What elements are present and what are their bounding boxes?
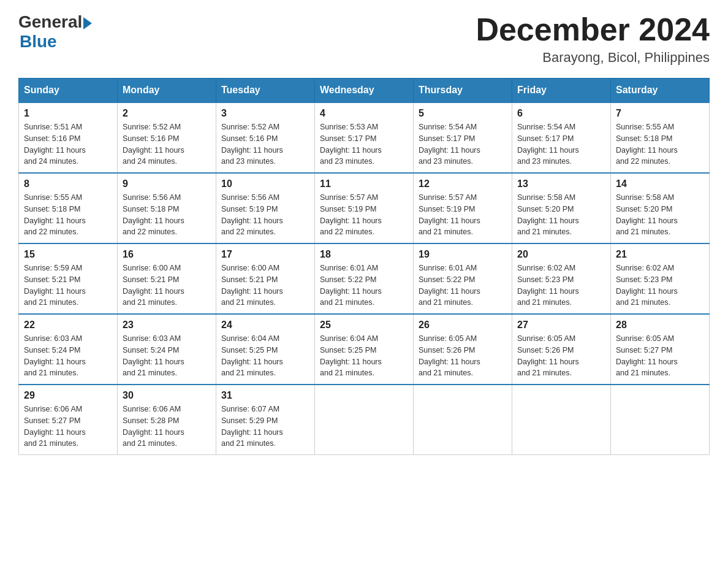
logo-blue-text: Blue	[20, 32, 57, 52]
calendar-cell: 1Sunrise: 5:51 AMSunset: 5:16 PMDaylight…	[19, 102, 118, 173]
page-header: General Blue December 2024 Barayong, Bic…	[18, 12, 710, 66]
calendar-cell: 16Sunrise: 6:00 AMSunset: 5:21 PMDayligh…	[118, 243, 216, 314]
day-info: Sunrise: 5:57 AMSunset: 5:19 PMDaylight:…	[320, 192, 408, 238]
day-info: Sunrise: 6:01 AMSunset: 5:22 PMDaylight:…	[419, 262, 507, 308]
day-info: Sunrise: 5:57 AMSunset: 5:19 PMDaylight:…	[419, 192, 507, 238]
calendar-cell: 31Sunrise: 6:07 AMSunset: 5:29 PMDayligh…	[216, 385, 315, 455]
day-number: 14	[616, 178, 704, 190]
day-info: Sunrise: 6:00 AMSunset: 5:21 PMDaylight:…	[123, 262, 211, 308]
day-info: Sunrise: 6:02 AMSunset: 5:23 PMDaylight:…	[616, 262, 704, 308]
day-number: 6	[517, 108, 605, 119]
calendar-cell: 18Sunrise: 6:01 AMSunset: 5:22 PMDayligh…	[315, 243, 414, 314]
day-number: 13	[517, 178, 605, 190]
day-info: Sunrise: 6:06 AMSunset: 5:28 PMDaylight:…	[123, 404, 211, 450]
calendar-cell: 7Sunrise: 5:55 AMSunset: 5:18 PMDaylight…	[611, 102, 710, 173]
calendar-cell	[512, 385, 611, 455]
day-number: 26	[419, 320, 507, 331]
calendar-cell: 28Sunrise: 6:05 AMSunset: 5:27 PMDayligh…	[611, 314, 710, 385]
day-info: Sunrise: 5:54 AMSunset: 5:17 PMDaylight:…	[517, 121, 605, 167]
day-number: 17	[221, 249, 309, 260]
logo: General Blue	[18, 12, 92, 52]
logo-general-text: General	[18, 12, 82, 32]
calendar-body: 1Sunrise: 5:51 AMSunset: 5:16 PMDaylight…	[19, 102, 710, 455]
day-number: 8	[24, 178, 112, 190]
day-info: Sunrise: 6:03 AMSunset: 5:24 PMDaylight:…	[123, 333, 211, 379]
calendar-cell: 4Sunrise: 5:53 AMSunset: 5:17 PMDaylight…	[315, 102, 414, 173]
day-info: Sunrise: 5:53 AMSunset: 5:17 PMDaylight:…	[320, 121, 408, 167]
calendar-week-5: 29Sunrise: 6:06 AMSunset: 5:27 PMDayligh…	[19, 385, 710, 455]
calendar-cell	[611, 385, 710, 455]
calendar-cell: 2Sunrise: 5:52 AMSunset: 5:16 PMDaylight…	[118, 102, 216, 173]
day-info: Sunrise: 5:58 AMSunset: 5:20 PMDaylight:…	[517, 192, 605, 238]
calendar-cell: 5Sunrise: 5:54 AMSunset: 5:17 PMDaylight…	[414, 102, 512, 173]
day-number: 28	[616, 320, 704, 331]
day-number: 31	[221, 390, 309, 401]
day-number: 24	[221, 320, 309, 331]
calendar-cell: 15Sunrise: 5:59 AMSunset: 5:21 PMDayligh…	[19, 243, 118, 314]
day-info: Sunrise: 6:01 AMSunset: 5:22 PMDaylight:…	[320, 262, 408, 308]
calendar-cell: 17Sunrise: 6:00 AMSunset: 5:21 PMDayligh…	[216, 243, 315, 314]
header-wednesday: Wednesday	[315, 79, 414, 103]
day-number: 23	[123, 320, 211, 331]
day-info: Sunrise: 5:51 AMSunset: 5:16 PMDaylight:…	[24, 121, 112, 167]
day-number: 25	[320, 320, 408, 331]
calendar-cell: 19Sunrise: 6:01 AMSunset: 5:22 PMDayligh…	[414, 243, 512, 314]
calendar-cell: 3Sunrise: 5:52 AMSunset: 5:16 PMDaylight…	[216, 102, 315, 173]
calendar-week-3: 15Sunrise: 5:59 AMSunset: 5:21 PMDayligh…	[19, 243, 710, 314]
day-info: Sunrise: 6:05 AMSunset: 5:27 PMDaylight:…	[616, 333, 704, 379]
calendar-cell: 27Sunrise: 6:05 AMSunset: 5:26 PMDayligh…	[512, 314, 611, 385]
location-title: Barayong, Bicol, Philippines	[476, 50, 710, 66]
calendar-cell: 13Sunrise: 5:58 AMSunset: 5:20 PMDayligh…	[512, 173, 611, 243]
day-info: Sunrise: 6:00 AMSunset: 5:21 PMDaylight:…	[221, 262, 309, 308]
calendar-cell: 22Sunrise: 6:03 AMSunset: 5:24 PMDayligh…	[19, 314, 118, 385]
calendar-week-1: 1Sunrise: 5:51 AMSunset: 5:16 PMDaylight…	[19, 102, 710, 173]
calendar-cell: 29Sunrise: 6:06 AMSunset: 5:27 PMDayligh…	[19, 385, 118, 455]
header-friday: Friday	[512, 79, 611, 103]
calendar-cell: 11Sunrise: 5:57 AMSunset: 5:19 PMDayligh…	[315, 173, 414, 243]
calendar-cell: 10Sunrise: 5:56 AMSunset: 5:19 PMDayligh…	[216, 173, 315, 243]
day-info: Sunrise: 5:55 AMSunset: 5:18 PMDaylight:…	[24, 192, 112, 238]
calendar-cell: 23Sunrise: 6:03 AMSunset: 5:24 PMDayligh…	[118, 314, 216, 385]
calendar-cell: 12Sunrise: 5:57 AMSunset: 5:19 PMDayligh…	[414, 173, 512, 243]
day-info: Sunrise: 6:06 AMSunset: 5:27 PMDaylight:…	[24, 404, 112, 450]
header-thursday: Thursday	[414, 79, 512, 103]
day-number: 29	[24, 390, 112, 401]
logo-arrow-icon	[83, 17, 92, 29]
title-section: December 2024 Barayong, Bicol, Philippin…	[476, 12, 710, 66]
day-number: 22	[24, 320, 112, 331]
day-number: 16	[123, 249, 211, 260]
day-info: Sunrise: 6:03 AMSunset: 5:24 PMDaylight:…	[24, 333, 112, 379]
day-info: Sunrise: 5:59 AMSunset: 5:21 PMDaylight:…	[24, 262, 112, 308]
calendar-week-2: 8Sunrise: 5:55 AMSunset: 5:18 PMDaylight…	[19, 173, 710, 243]
day-info: Sunrise: 6:02 AMSunset: 5:23 PMDaylight:…	[517, 262, 605, 308]
calendar-cell: 26Sunrise: 6:05 AMSunset: 5:26 PMDayligh…	[414, 314, 512, 385]
day-info: Sunrise: 6:07 AMSunset: 5:29 PMDaylight:…	[221, 404, 309, 450]
calendar-table: SundayMondayTuesdayWednesdayThursdayFrid…	[18, 78, 710, 455]
calendar-cell: 6Sunrise: 5:54 AMSunset: 5:17 PMDaylight…	[512, 102, 611, 173]
header-monday: Monday	[118, 79, 216, 103]
day-info: Sunrise: 6:05 AMSunset: 5:26 PMDaylight:…	[419, 333, 507, 379]
day-number: 21	[616, 249, 704, 260]
calendar-cell	[315, 385, 414, 455]
day-number: 1	[24, 108, 112, 119]
day-number: 7	[616, 108, 704, 119]
day-number: 18	[320, 249, 408, 260]
day-number: 15	[24, 249, 112, 260]
day-info: Sunrise: 5:55 AMSunset: 5:18 PMDaylight:…	[616, 121, 704, 167]
day-number: 20	[517, 249, 605, 260]
day-info: Sunrise: 5:54 AMSunset: 5:17 PMDaylight:…	[419, 121, 507, 167]
day-number: 9	[123, 178, 211, 190]
calendar-header: SundayMondayTuesdayWednesdayThursdayFrid…	[19, 79, 710, 103]
day-number: 4	[320, 108, 408, 119]
day-number: 30	[123, 390, 211, 401]
calendar-week-4: 22Sunrise: 6:03 AMSunset: 5:24 PMDayligh…	[19, 314, 710, 385]
calendar-cell	[414, 385, 512, 455]
day-number: 10	[221, 178, 309, 190]
header-tuesday: Tuesday	[216, 79, 315, 103]
day-number: 5	[419, 108, 507, 119]
day-info: Sunrise: 6:04 AMSunset: 5:25 PMDaylight:…	[320, 333, 408, 379]
day-info: Sunrise: 6:04 AMSunset: 5:25 PMDaylight:…	[221, 333, 309, 379]
calendar-cell: 24Sunrise: 6:04 AMSunset: 5:25 PMDayligh…	[216, 314, 315, 385]
calendar-cell: 20Sunrise: 6:02 AMSunset: 5:23 PMDayligh…	[512, 243, 611, 314]
day-info: Sunrise: 5:52 AMSunset: 5:16 PMDaylight:…	[221, 121, 309, 167]
